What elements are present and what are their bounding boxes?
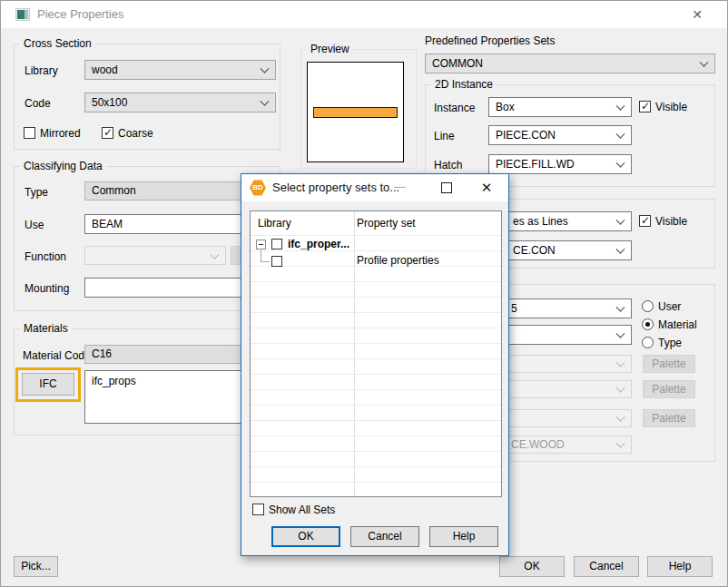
chevron-down-icon	[616, 102, 625, 111]
hatch-label: Hatch	[434, 159, 462, 171]
appearance-dropdown-2[interactable]	[488, 325, 632, 345]
close-icon[interactable]: ✕	[685, 5, 709, 24]
type-radio-label: Type	[658, 337, 682, 349]
color-dropdown-2	[488, 380, 632, 398]
library-column-header: Library	[258, 217, 291, 230]
material-code-label: Material Code	[23, 349, 91, 362]
user-radio-label: User	[658, 300, 681, 313]
3d-visible-label: Visible	[655, 215, 687, 228]
chevron-down-icon	[616, 358, 625, 367]
predefined-sets-label: Predefined Properties Sets	[425, 34, 555, 47]
palette-button-3: Palette	[643, 409, 695, 427]
modal-help-button[interactable]: Help	[429, 526, 498, 547]
ifc-props-value: ifc_props	[92, 375, 136, 387]
modal-close-icon[interactable]: ✕	[476, 178, 497, 198]
chevron-down-icon	[261, 97, 270, 106]
function-label: Function	[25, 250, 66, 263]
instance-value: Box	[496, 101, 515, 113]
use-value: BEAM	[92, 218, 123, 230]
library-value: wood	[92, 64, 118, 76]
property-set-checkbox[interactable]	[271, 256, 282, 267]
instance-dropdown[interactable]: Box	[488, 97, 632, 117]
chevron-down-icon	[616, 439, 625, 448]
chevron-down-icon	[616, 413, 625, 422]
chevron-down-icon	[211, 249, 220, 259]
table-grid	[251, 235, 501, 496]
palette-button-1: Palette	[643, 355, 695, 373]
type-radio[interactable]	[642, 337, 654, 348]
3d-instance-dropdown[interactable]: es as Lines	[488, 211, 632, 231]
material-radio[interactable]	[642, 318, 654, 330]
window-title: Piece Properties	[37, 7, 123, 21]
material-code-value: C16	[92, 347, 112, 360]
material-radio-label: Material	[658, 318, 697, 331]
app-icon	[15, 8, 30, 21]
chevron-down-icon	[616, 216, 625, 225]
type-label: Type	[25, 186, 48, 199]
color-dropdown-3	[488, 409, 632, 427]
function-dropdown	[84, 246, 226, 265]
chevron-down-icon	[616, 159, 625, 168]
ifc-button[interactable]: IFC	[22, 373, 74, 396]
select-property-sets-dialog: BD Select property sets to... ✕ Library …	[241, 173, 509, 556]
cancel-button[interactable]: Cancel	[574, 556, 639, 577]
chevron-down-icon	[616, 329, 625, 338]
mirrored-label: Mirrored	[40, 127, 81, 140]
3d-line-dropdown[interactable]: CE.CON	[488, 240, 632, 260]
3d-visible-checkbox[interactable]	[639, 215, 651, 227]
line-dropdown[interactable]: PIECE.CON	[488, 125, 632, 145]
hatch-value: PIECE.FILL.WD	[496, 158, 575, 171]
material-wood-value: CE.WOOD	[511, 438, 565, 451]
tree-collapse-icon[interactable]	[256, 240, 266, 249]
bd-app-icon: BD	[250, 180, 266, 196]
predefined-sets-dropdown[interactable]: COMMON	[425, 54, 715, 73]
preview-cross-section-bar	[313, 107, 398, 118]
classifying-data-title: Classifying Data	[20, 160, 106, 172]
chevron-down-icon	[616, 245, 625, 254]
color-dropdown-1	[488, 355, 632, 373]
modal-cancel-button[interactable]: Cancel	[350, 526, 419, 547]
code-dropdown[interactable]: 50x100	[84, 93, 276, 113]
pick-button[interactable]: Pick...	[14, 556, 58, 577]
mirrored-checkbox[interactable]	[24, 127, 35, 139]
column-divider	[354, 211, 355, 496]
property-set-column-header: Property set	[357, 217, 416, 230]
library-dropdown[interactable]: wood	[84, 60, 276, 80]
predefined-sets-value: COMMON	[432, 57, 483, 70]
hatch-dropdown[interactable]: PIECE.FILL.WD	[488, 154, 632, 174]
chevron-down-icon	[616, 303, 625, 312]
preview-canvas	[307, 62, 404, 162]
maximize-icon[interactable]	[441, 182, 452, 193]
palette-button-2: Palette	[643, 380, 695, 398]
coarse-label: Coarse	[118, 127, 153, 140]
appearance-value-1: 5	[511, 302, 517, 315]
type-value: Common	[92, 184, 136, 197]
library-row-label: ifc_proper...	[288, 238, 349, 250]
2d-visible-checkbox[interactable]	[639, 101, 651, 113]
user-radio[interactable]	[642, 300, 654, 312]
modal-ok-button[interactable]: OK	[271, 526, 340, 547]
use-label: Use	[25, 219, 44, 231]
library-label: Library	[25, 64, 58, 77]
2d-instance-title: 2D Instance	[431, 78, 497, 91]
help-button[interactable]: Help	[647, 556, 713, 577]
chevron-down-icon	[616, 130, 625, 139]
library-checkbox[interactable]	[271, 239, 282, 249]
modal-title: Select property sets to...	[272, 181, 399, 194]
materials-title: Materials	[20, 322, 72, 335]
ok-button[interactable]: OK	[499, 556, 565, 577]
code-value: 50x100	[92, 96, 127, 109]
appearance-dropdown-1[interactable]: 5	[488, 298, 632, 318]
modal-title-bar: BD Select property sets to... ✕	[241, 174, 508, 201]
chevron-down-icon	[616, 384, 625, 393]
preview-title: Preview	[307, 43, 353, 55]
piece-properties-dialog: Piece Properties ✕ Cross Section Library…	[0, 0, 728, 587]
coarse-checkbox[interactable]	[102, 127, 113, 139]
chevron-down-icon	[700, 58, 709, 67]
show-all-sets-checkbox[interactable]	[252, 504, 264, 515]
instance-label: Instance	[434, 102, 475, 114]
property-sets-table[interactable]: Library Property set ifc_proper... Profi…	[250, 210, 502, 497]
tree-line	[261, 261, 270, 262]
tree-line	[261, 250, 261, 261]
code-label: Code	[25, 97, 51, 110]
